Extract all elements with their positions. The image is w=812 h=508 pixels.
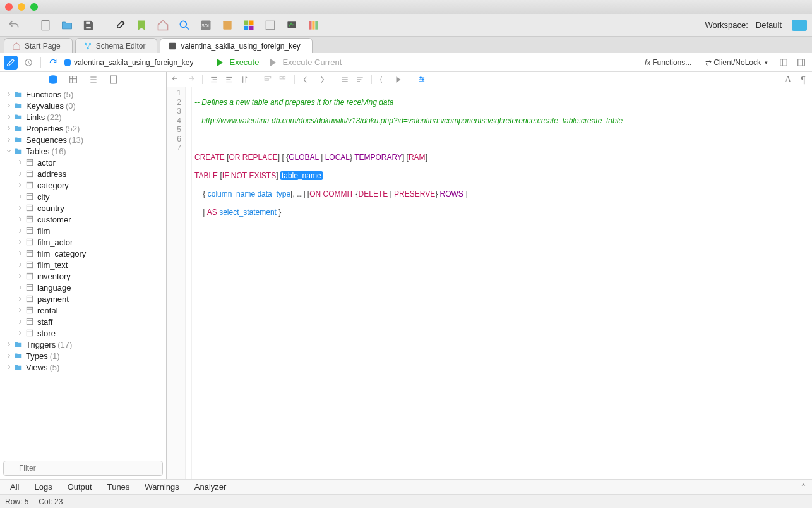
- tree-group[interactable]: Keyvalues(0): [0, 100, 166, 111]
- tree-group[interactable]: Sequences(13): [0, 134, 166, 145]
- blocks-icon[interactable]: [240, 16, 258, 34]
- close-window-button[interactable]: [5, 3, 13, 11]
- code-area[interactable]: 1234567 -- Defines a new table and prepa…: [167, 87, 812, 479]
- tree-table-item[interactable]: payment: [0, 293, 166, 305]
- undo-icon[interactable]: [170, 75, 181, 85]
- braces-icon[interactable]: [378, 75, 388, 85]
- tree-table-item[interactable]: category: [0, 179, 166, 191]
- tab-sql-file[interactable]: valentina_sakila_using_foreign_key: [160, 38, 312, 53]
- bookmark-icon[interactable]: [133, 16, 150, 34]
- bottom-tab[interactable]: Analyzer: [187, 480, 234, 495]
- workspace-value[interactable]: Default: [756, 20, 782, 30]
- database-breadcrumb[interactable]: valentina_sakila_using_foreign_key: [64, 58, 193, 67]
- tree-table-item[interactable]: film_text: [0, 259, 166, 270]
- lock-mode-button[interactable]: ⇄ Client/NoLock▾: [700, 58, 773, 67]
- pilcrow-icon[interactable]: ¶: [798, 75, 808, 85]
- tree-table-item[interactable]: film: [0, 225, 166, 236]
- tree-table-item[interactable]: film_category: [0, 248, 166, 259]
- undo-icon[interactable]: [5, 16, 23, 34]
- edit-mode-icon[interactable]: [4, 56, 18, 70]
- svg-rect-76: [280, 76, 282, 79]
- svg-rect-10: [249, 25, 254, 30]
- execute-button[interactable]: Execute: [213, 57, 263, 67]
- tree-table-item[interactable]: address: [0, 168, 166, 179]
- panel-left-icon[interactable]: [777, 56, 791, 70]
- collapse-icon[interactable]: ⌃: [797, 482, 809, 492]
- tree-group[interactable]: Views(5): [0, 361, 166, 373]
- maximize-window-button[interactable]: [30, 3, 38, 11]
- clock-icon[interactable]: [21, 56, 35, 70]
- filter-input[interactable]: [3, 461, 163, 476]
- svg-rect-39: [27, 193, 32, 199]
- sort-icon[interactable]: [239, 75, 249, 85]
- save-icon[interactable]: [80, 16, 97, 34]
- tree-group[interactable]: Properties(52): [0, 123, 166, 134]
- open-folder-icon[interactable]: [58, 16, 76, 34]
- window-icon[interactable]: [261, 16, 279, 34]
- tree-table-item[interactable]: store: [0, 327, 166, 339]
- indent-left-icon[interactable]: [209, 75, 219, 85]
- svg-rect-55: [27, 284, 32, 290]
- tree-group[interactable]: Triggers(17): [0, 339, 166, 350]
- search-db-icon[interactable]: [176, 16, 193, 34]
- font-icon[interactable]: A: [783, 75, 793, 85]
- tree-group[interactable]: Types(1): [0, 350, 166, 361]
- chat-icon[interactable]: [792, 20, 807, 31]
- format-icon[interactable]: [263, 75, 273, 85]
- comment-icon[interactable]: [340, 75, 350, 85]
- svg-rect-8: [249, 20, 254, 25]
- redo-icon[interactable]: [186, 75, 196, 85]
- tree-group[interactable]: Functions(5): [0, 88, 166, 100]
- sidebar-tab-doc-icon[interactable]: [108, 74, 119, 85]
- editor-toolbar: A ¶: [167, 72, 812, 87]
- functions-button[interactable]: fx Functions...: [640, 58, 696, 67]
- tab-start-page[interactable]: Start Page: [4, 38, 73, 53]
- tree-group[interactable]: Links(22): [0, 111, 166, 123]
- tree-table-item[interactable]: film_actor: [0, 236, 166, 248]
- execute-current-button: Execute Current: [266, 57, 345, 67]
- database-icon: [64, 59, 71, 66]
- new-file-icon[interactable]: [37, 16, 54, 34]
- format2-icon[interactable]: [278, 75, 288, 85]
- play-icon: [270, 59, 280, 66]
- bottom-tab[interactable]: Tunes: [100, 480, 138, 495]
- indent-right-icon[interactable]: [224, 75, 234, 85]
- sidebar-tab-list-icon[interactable]: [88, 74, 99, 85]
- tree-table-item[interactable]: rental: [0, 305, 166, 316]
- minimize-window-button[interactable]: [18, 3, 25, 11]
- tree-table-item[interactable]: customer: [0, 214, 166, 225]
- shift-right-icon[interactable]: [316, 75, 326, 85]
- tree-table-item[interactable]: city: [0, 191, 166, 202]
- bottom-tab[interactable]: Warnings: [137, 480, 186, 495]
- tree-table-item[interactable]: actor: [0, 157, 166, 168]
- sidebar-tab-table-icon[interactable]: [68, 74, 79, 85]
- code-content[interactable]: -- Defines a new table and prepares it f…: [192, 87, 812, 479]
- schema-tree[interactable]: Functions(5)Keyvalues(0)Links(22)Propert…: [0, 87, 166, 457]
- document-tabs: Start Page Schema Editor valentina_sakil…: [0, 37, 812, 53]
- uncomment-icon[interactable]: [355, 75, 365, 85]
- tree-group[interactable]: Tables(16): [0, 145, 166, 157]
- tree-table-item[interactable]: language: [0, 282, 166, 293]
- books-icon[interactable]: [304, 16, 322, 34]
- refresh-icon[interactable]: [46, 56, 60, 70]
- shift-left-icon[interactable]: [301, 75, 311, 85]
- panel-right-icon[interactable]: [794, 56, 808, 70]
- home-icon[interactable]: [154, 16, 172, 34]
- sql-icon[interactable]: SQL: [197, 16, 215, 34]
- script-icon[interactable]: [218, 16, 236, 34]
- svg-text:SQL: SQL: [201, 23, 210, 28]
- bottom-tab[interactable]: Output: [60, 480, 100, 495]
- sql-file-icon: [168, 42, 177, 51]
- tree-table-item[interactable]: inventory: [0, 270, 166, 282]
- tree-table-item[interactable]: country: [0, 202, 166, 214]
- tree-table-item[interactable]: staff: [0, 316, 166, 327]
- sidebar-tab-db-icon[interactable]: [47, 74, 59, 85]
- line-gutter: 1234567: [167, 87, 186, 479]
- monitor-icon[interactable]: [283, 16, 301, 34]
- bottom-tab[interactable]: Logs: [27, 480, 59, 495]
- eyedropper-icon[interactable]: [111, 16, 129, 34]
- play-small-icon[interactable]: [393, 75, 403, 85]
- bottom-tab[interactable]: All: [3, 480, 27, 495]
- tab-schema-editor[interactable]: Schema Editor: [75, 38, 158, 53]
- settings-icon[interactable]: [417, 75, 427, 85]
